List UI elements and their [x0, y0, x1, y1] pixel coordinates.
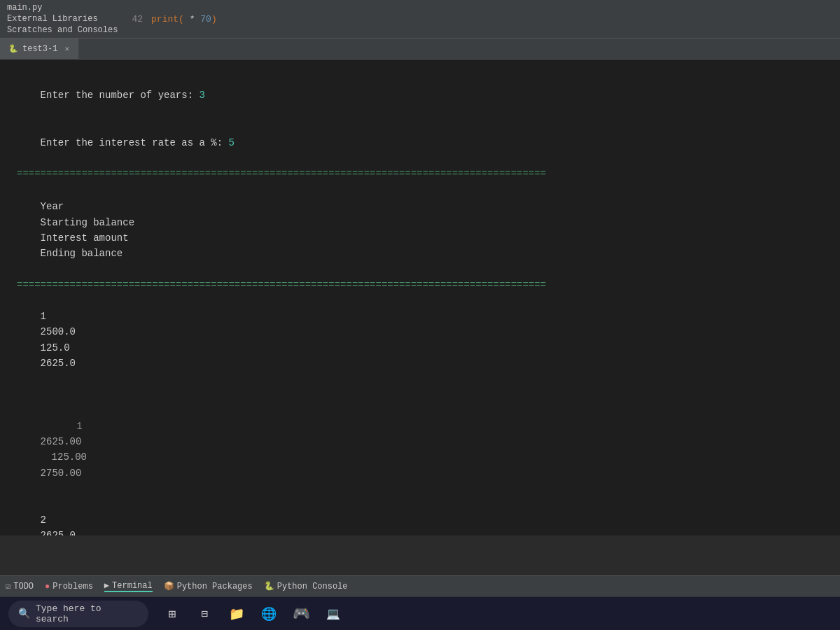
- taskbar-search[interactable]: 🔍 Type here to search: [8, 601, 148, 627]
- taskbar-view-button[interactable]: ⊟: [192, 601, 217, 626]
- terminal-area: Enter the number of years: 3 Enter the i…: [0, 59, 840, 536]
- toolbar-python-packages[interactable]: 📦 Python Packages: [164, 581, 253, 592]
- taskbar-browser-icon[interactable]: 🌐: [256, 601, 281, 626]
- python-file-icon: 🐍: [8, 44, 18, 53]
- table-header: Year Starting balance Interest amount En…: [17, 183, 823, 277]
- ide-sidebar-labels: main.py External Libraries Scratches and…: [7, 2, 118, 36]
- toolbar-todo[interactable]: ☑ TODO: [6, 581, 34, 592]
- table-row: 1 2625.00 125.00 2750.00: [17, 387, 823, 497]
- windows-start-button[interactable]: ⊞: [160, 601, 185, 626]
- toolbar-terminal[interactable]: ▶ Terminal: [104, 580, 153, 592]
- console-icon: 🐍: [264, 581, 274, 592]
- taskbar-icons-group: ⊞ ⊟ 📁 🌐 🎮 💻: [160, 601, 346, 626]
- taskbar-pc-icon[interactable]: 💻: [321, 601, 346, 626]
- search-icon: 🔍: [18, 608, 30, 620]
- tab-label: test3-1: [22, 44, 57, 54]
- toolbar-problems[interactable]: ● Problems: [45, 582, 93, 592]
- tab-close-icon[interactable]: ✕: [64, 44, 69, 53]
- taskbar-xbox-icon[interactable]: 🎮: [288, 601, 314, 626]
- search-placeholder: Type here to search: [36, 603, 139, 624]
- taskbar-folder-icon[interactable]: 📁: [224, 601, 249, 626]
- ide-top-bar: main.py External Libraries Scratches and…: [0, 0, 840, 38]
- todo-icon: ☑: [6, 581, 10, 592]
- packages-icon: 📦: [164, 581, 174, 592]
- bottom-toolbar: ☑ TODO ● Problems ▶ Terminal 📦 Python Pa…: [0, 575, 840, 596]
- editor-line-number: 42: [132, 14, 143, 24]
- tab-test3-1[interactable]: 🐍 test3-1 ✕: [0, 38, 78, 59]
- prompt-years: Enter the number of years: 3: [17, 72, 823, 119]
- sidebar-item-mainpy[interactable]: main.py: [7, 2, 118, 13]
- terminal-icon: ▶: [104, 580, 109, 591]
- separator-top: ========================================…: [17, 166, 823, 181]
- editor-code-display: print( * 70): [151, 14, 217, 24]
- separator-header: ========================================…: [17, 277, 823, 293]
- problems-icon: ●: [45, 582, 50, 592]
- windows-taskbar: 🔍 Type here to search ⊞ ⊟ 📁 🌐 🎮 💻: [0, 596, 840, 630]
- table-row: 1 2500.0 125.0 2625.0: [17, 293, 823, 386]
- tab-bar: 🐍 test3-1 ✕: [0, 38, 840, 59]
- sidebar-item-libraries[interactable]: External Libraries: [7, 13, 118, 24]
- prompt-rate: Enter the interest rate as a %: 5: [17, 119, 823, 166]
- sidebar-item-scratches[interactable]: Scratches and Consoles: [7, 24, 118, 36]
- toolbar-python-console[interactable]: 🐍 Python Console: [264, 581, 348, 592]
- table-row: 2 2625.0 131.25 2756.25: [17, 497, 823, 536]
